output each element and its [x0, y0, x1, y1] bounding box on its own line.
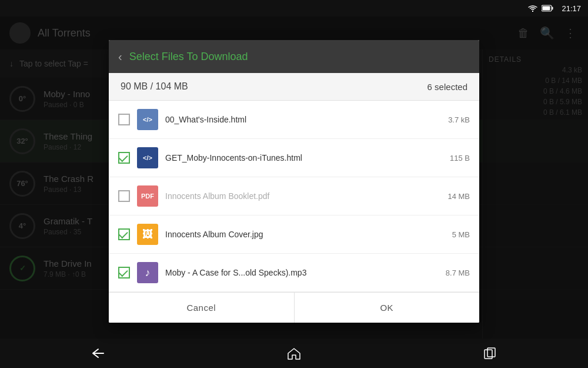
file-name-1: 00_What's-Inside.html — [165, 115, 427, 124]
file-row-1[interactable]: </> 00_What's-Inside.html 3.7 kB — [109, 101, 479, 139]
select-files-dialog: ‹ Select Files To Download 90 MB / 104 M… — [109, 40, 479, 323]
status-bar: 21:17 — [0, 0, 588, 16]
back-nav-icon — [90, 347, 106, 360]
file-size-5: 8.7 MB — [435, 268, 470, 277]
file-row-4[interactable]: 🖼 Innocents Album Cover.jpg 5 MB — [109, 216, 479, 254]
file-icon-html-2: </> — [137, 147, 158, 168]
file-size-4: 5 MB — [435, 230, 470, 239]
cancel-button[interactable]: Cancel — [109, 293, 295, 323]
file-row-5[interactable]: ♪ Moby - A Case for S...old Specks).mp3 … — [109, 254, 479, 292]
home-nav-icon — [287, 347, 301, 360]
file-name-4: Innocents Album Cover.jpg — [165, 230, 427, 239]
dialog-actions: Cancel OK — [109, 292, 479, 323]
file-icon-html-1: </> — [137, 109, 158, 130]
status-time: 21:17 — [562, 4, 581, 13]
home-nav-button[interactable] — [276, 344, 312, 362]
file-checkbox-5[interactable] — [118, 267, 130, 279]
file-checkbox-4[interactable] — [118, 228, 130, 240]
file-name-5: Moby - A Case for S...old Specks).mp3 — [165, 268, 427, 277]
svg-rect-1 — [552, 7, 553, 10]
file-list: </> 00_What's-Inside.html 3.7 kB </> GET… — [109, 101, 479, 292]
file-icon-mp3-5: ♪ — [137, 262, 158, 283]
back-nav-button[interactable] — [81, 344, 116, 362]
file-checkbox-1[interactable] — [118, 114, 130, 125]
file-name-2: GET_Moby-Innocents-on-iTunes.html — [165, 153, 427, 163]
file-size-3: 14 MB — [435, 192, 470, 201]
dialog-summary: 90 MB / 104 MB 6 selected — [109, 73, 479, 101]
nav-bar — [0, 339, 588, 368]
file-checkbox-3[interactable] — [118, 190, 130, 202]
dialog-title: Select Files To Download — [129, 51, 248, 63]
file-icon-jpg-4: 🖼 — [137, 224, 158, 245]
status-icons: 21:17 — [527, 4, 581, 13]
back-button[interactable]: ‹ — [118, 50, 122, 64]
recents-nav-icon — [483, 347, 496, 360]
battery-icon — [542, 5, 553, 12]
file-size-1: 3.7 kB — [435, 115, 470, 124]
file-icon-pdf-3: PDF — [137, 185, 158, 207]
file-row-3[interactable]: PDF Innocents Album Booklet.pdf 14 MB — [109, 177, 479, 216]
file-name-3: Innocents Album Booklet.pdf — [165, 191, 427, 201]
ok-button[interactable]: OK — [295, 293, 480, 323]
file-checkbox-2[interactable] — [118, 152, 130, 164]
file-row-2[interactable]: </> GET_Moby-Innocents-on-iTunes.html 11… — [109, 139, 479, 177]
dialog-header: ‹ Select Files To Download — [109, 40, 479, 73]
svg-rect-2 — [543, 6, 550, 11]
recents-nav-button[interactable] — [472, 344, 507, 362]
file-size-2: 115 B — [435, 154, 470, 163]
summary-selected: 6 selected — [427, 82, 467, 92]
summary-size: 90 MB / 104 MB — [121, 81, 188, 92]
wifi-icon — [527, 4, 538, 12]
